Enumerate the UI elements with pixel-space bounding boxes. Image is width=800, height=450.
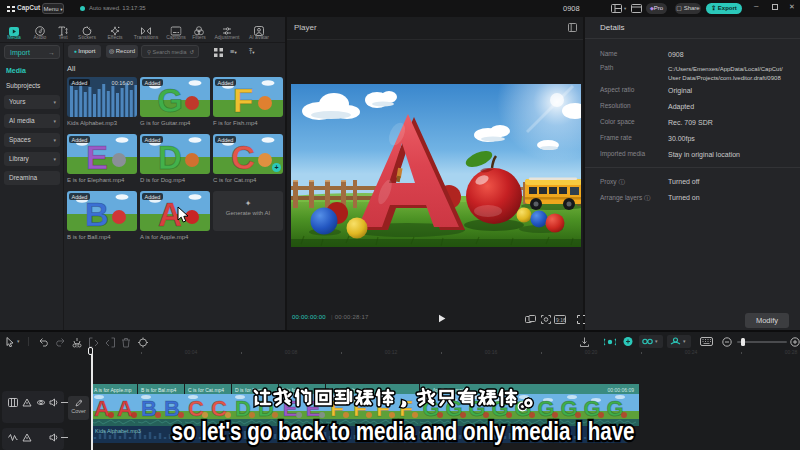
svg-text:00:16:00: 00:16:00 <box>112 80 133 86</box>
svg-text:C: C <box>231 139 255 174</box>
svg-text:F: F <box>233 82 253 117</box>
svg-text:B: B <box>85 196 109 231</box>
svg-text:so let's go back to media and: so let's go back to media and only media… <box>172 416 635 446</box>
svg-text:E: E <box>86 139 108 174</box>
svg-text:9:16: 9:16 <box>556 317 566 323</box>
svg-text:D: D <box>158 139 182 174</box>
svg-text:G: G <box>157 82 183 117</box>
